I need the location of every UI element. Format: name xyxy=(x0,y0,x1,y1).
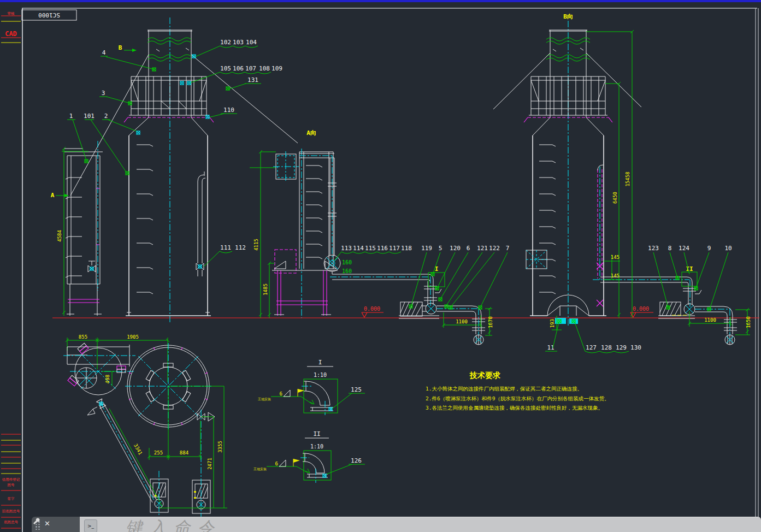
svg-text:113: 113 xyxy=(341,245,352,252)
svg-text:107: 107 xyxy=(245,65,256,72)
front-callouts: 4 102 103 104 105 106 107 108 109 131 3 xyxy=(67,39,282,267)
svg-text:127: 127 xyxy=(586,344,597,351)
svg-text:9: 9 xyxy=(707,245,711,252)
svg-text:131: 131 xyxy=(247,76,258,84)
plan-top-view: 855 1905 xyxy=(63,334,227,529)
command-prompt-icon[interactable]: >_ xyxy=(84,519,97,532)
svg-text:120: 120 xyxy=(450,245,461,252)
svg-text:124: 124 xyxy=(679,245,689,252)
svg-text:3355: 3355 xyxy=(217,441,223,453)
plan-dim: 1905 xyxy=(127,334,139,340)
svg-text:5: 5 xyxy=(439,245,443,252)
drawing-number: SC1000 xyxy=(38,11,60,19)
a-view-level-datum: 0.000 xyxy=(362,306,384,317)
tech-item: 1.大小筒体之间的连接件厂内组装配焊，保证其二者之间正确连接。 xyxy=(426,386,582,392)
svg-text:130: 130 xyxy=(630,344,641,351)
svg-text:112: 112 xyxy=(235,244,246,251)
svg-text:123: 123 xyxy=(648,245,659,252)
svg-text:1100: 1100 xyxy=(704,317,716,323)
svg-text:2: 2 xyxy=(104,113,108,120)
drawing-canvas[interactable]: SC1000 审核 CAD 借用件登记 图号 签字 旧底图总号 底图总号 xyxy=(0,0,761,532)
side-strip-item: 旧底图总号 xyxy=(2,509,20,513)
svg-text:128: 128 xyxy=(601,344,612,351)
svg-text:0.000: 0.000 xyxy=(364,306,380,312)
side-strip-item: 签字 xyxy=(8,496,15,501)
svg-text:255: 255 xyxy=(154,450,163,456)
svg-text:1670: 1670 xyxy=(488,316,493,328)
b-view-level-datum: 0.000 xyxy=(630,306,653,317)
svg-text:102: 102 xyxy=(220,39,231,46)
cad-application-window: SC1000 审核 CAD 借用件登记 图号 签字 旧底图总号 底图总号 xyxy=(0,0,761,532)
svg-text:11: 11 xyxy=(547,344,554,351)
svg-text:4: 4 xyxy=(102,49,106,56)
svg-text:145: 145 xyxy=(611,273,620,279)
svg-text:7: 7 xyxy=(506,245,510,252)
b-view-detail-marker: II xyxy=(686,265,693,273)
svg-text:6: 6 xyxy=(467,245,470,252)
svg-text:4115: 4115 xyxy=(253,239,259,251)
svg-text:103: 103 xyxy=(233,39,244,46)
svg-text:8: 8 xyxy=(668,245,672,252)
detail-view-1: I 1:10 125 6 工地安装 xyxy=(258,359,365,415)
close-icon[interactable]: ✕ xyxy=(44,519,50,528)
front-dir-a-label: A xyxy=(51,192,55,199)
command-input-placeholder[interactable]: 键入命令 xyxy=(126,519,222,532)
command-bar-grip[interactable]: ✕ xyxy=(32,517,80,532)
pipe-dn-label: 160 xyxy=(342,268,352,274)
svg-text:15458: 15458 xyxy=(625,172,630,186)
svg-text:101: 101 xyxy=(84,113,95,120)
side-strip-item: 图号 xyxy=(8,483,15,487)
svg-text:1650: 1650 xyxy=(746,316,751,328)
detail-2-callout: 126 xyxy=(351,457,362,464)
a-view-title: A向 xyxy=(306,129,316,137)
svg-text:0.000: 0.000 xyxy=(633,306,649,312)
svg-text:122: 122 xyxy=(489,245,500,252)
command-input-area[interactable]: >_ 键入命令 xyxy=(80,517,761,532)
svg-text:1: 1 xyxy=(69,113,73,120)
svg-text:193: 193 xyxy=(550,319,555,328)
svg-text:106: 106 xyxy=(233,65,244,72)
detail-2-weld-note: 工地安装 xyxy=(253,467,267,471)
command-bar: ✕ >_ 键入命令 xyxy=(32,517,761,532)
tech-item: 3.各法兰之间使用金属缠绕垫连接，确保各连接处密封性良好，无漏水现象。 xyxy=(426,405,603,411)
b-view-callouts: 123 8 124 9 10 11 127 128 129 130 xyxy=(545,245,732,353)
svg-text:498: 498 xyxy=(105,375,110,383)
tech-title: 技术要求 xyxy=(469,371,500,380)
svg-text:6450: 6450 xyxy=(612,192,618,204)
svg-text:116: 116 xyxy=(377,245,388,252)
svg-text:111: 111 xyxy=(220,244,231,251)
detail-2-scale: 1:10 xyxy=(310,444,323,450)
front-dim-4584: 4584 xyxy=(57,147,89,316)
detail-view-2: II 1:10 126 6 工地安装 xyxy=(253,430,365,483)
detail-1-callout: 125 xyxy=(351,386,362,393)
svg-text:114: 114 xyxy=(353,245,364,252)
detail-1-weld-size: 6 xyxy=(280,391,282,397)
detail-2-label: II xyxy=(313,430,320,438)
svg-text:4584: 4584 xyxy=(57,230,62,242)
side-strip: 审核 CAD 借用件登记 图号 签字 旧底图总号 底图总号 xyxy=(1,11,21,528)
svg-text:129: 129 xyxy=(616,344,627,351)
a-direction-view: A向 xyxy=(250,129,509,345)
front-dir-b-label: B xyxy=(119,44,122,51)
technical-requirements: 技术要求 1.大小筒体之间的连接件厂内组装配焊，保证其二者之间正确连接。 2.件… xyxy=(426,371,609,411)
svg-text:109: 109 xyxy=(272,65,282,72)
side-strip-item: 借用件登记 xyxy=(2,477,20,482)
svg-text:121: 121 xyxy=(477,245,488,252)
svg-text:884: 884 xyxy=(180,450,188,456)
svg-text:1100: 1100 xyxy=(456,319,468,324)
side-strip-top-label-1: 审核 xyxy=(8,11,15,16)
svg-text:10: 10 xyxy=(724,245,731,252)
plan-dim: 855 xyxy=(79,334,87,340)
detail-2-weld-size: 6 xyxy=(275,461,278,466)
svg-text:105: 105 xyxy=(220,65,231,72)
svg-text:1485: 1485 xyxy=(263,283,268,295)
drawing-frame: SC1000 xyxy=(22,8,758,532)
side-strip-item: 底图总号 xyxy=(4,520,19,524)
plan-dims: 498 3341 255 884 2471 3355 xyxy=(102,371,227,508)
svg-text:2471: 2471 xyxy=(207,458,213,470)
svg-text:110: 110 xyxy=(223,107,234,114)
pipe-dn-label: 160 xyxy=(342,259,352,265)
svg-text:108: 108 xyxy=(259,65,270,72)
tech-item: 2.件6（喷淋泵注水杯）和件9（脱水泵注水杯）在厂内分别各组装成一体发货。 xyxy=(426,395,609,401)
b-view-dims: 15458 6450 145 145 1100 1650 193 xyxy=(550,30,751,335)
